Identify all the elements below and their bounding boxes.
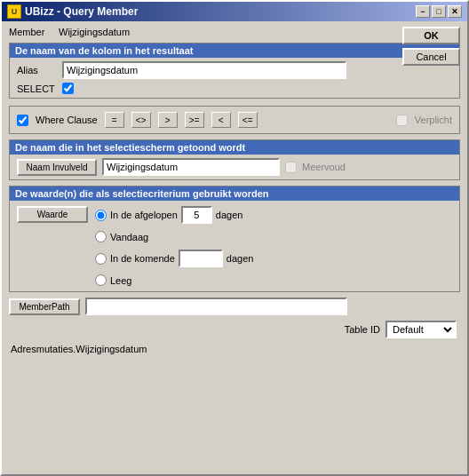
tableid-label: Table ID: [345, 324, 380, 335]
where-clause-label: Where Clause: [36, 115, 98, 125]
memberpath-input[interactable]: [85, 298, 347, 315]
value-section-header: De waarde(n) die als selectiecriterium g…: [10, 186, 459, 201]
verplicht-checkbox[interactable]: [396, 115, 408, 126]
window-title: UBizz - Query Member: [25, 5, 138, 18]
op-lt-button[interactable]: <: [211, 112, 231, 128]
where-section: Where Clause = <> > >= < <= Verplicht: [9, 106, 460, 134]
alias-section: De naam van de kolom in het resultaat Al…: [9, 43, 460, 99]
footer-path: Adresmutaties.Wijzigingsdatum: [11, 344, 147, 354]
op-neq-button[interactable]: <>: [131, 112, 151, 128]
dagen3-label: dagen: [227, 253, 254, 264]
radio-komende: In de komende dagen: [95, 250, 452, 267]
radio-komende-input[interactable]: [95, 253, 107, 265]
minimize-button[interactable]: −: [416, 5, 430, 18]
footer: Adresmutaties.Wijzigingsdatum: [9, 344, 460, 354]
app-icon: U: [7, 4, 21, 19]
radio-leeg: Leeg: [95, 274, 452, 286]
member-row: Member Wijzigingsdatum: [9, 27, 460, 37]
member-value: Wijzigingsdatum: [59, 27, 130, 37]
days-input[interactable]: [181, 206, 212, 224]
meervoud-label: Meervoud: [302, 162, 346, 172]
ok-button[interactable]: OK: [402, 27, 460, 44]
op-gt-button[interactable]: >: [158, 112, 178, 128]
radio-vandaag-label: Vandaag: [110, 232, 148, 242]
op-eq-button[interactable]: =: [105, 112, 124, 128]
close-button[interactable]: ✕: [448, 5, 462, 18]
action-buttons: OK Cancel: [402, 27, 460, 66]
radio-vandaag-input[interactable]: [95, 231, 107, 242]
radio-komende-label: In de komende: [110, 253, 175, 264]
meervoud-checkbox[interactable]: [285, 162, 297, 173]
alias-section-header: De naam van de kolom in het resultaat: [10, 44, 459, 58]
select-label: SELECT: [17, 83, 57, 94]
naam-invulveld-button[interactable]: Naam Invulveld: [17, 159, 97, 176]
radio-afgelopen-label: In de afgelopen: [110, 210, 178, 220]
select-row: SELECT: [17, 83, 452, 94]
name-section: De naam die in het selectiescherm getoon…: [9, 139, 460, 180]
title-bar-title: U UBizz - Query Member: [7, 4, 138, 19]
tableid-select[interactable]: Default: [386, 321, 457, 338]
memberpath-button[interactable]: MemberPath: [9, 298, 80, 315]
days-komende-input[interactable]: [179, 250, 223, 267]
radio-afgelopen-input[interactable]: [95, 210, 107, 221]
value-section: De waarde(n) die als selectiecriterium g…: [9, 186, 460, 292]
op-lte-button[interactable]: <=: [238, 112, 258, 128]
alias-input[interactable]: [62, 61, 346, 79]
radio-afgelopen: In de afgelopen dagen: [95, 206, 452, 224]
alias-row: Alias: [17, 61, 452, 79]
name-section-header: De naam die in het selectiescherm getoon…: [10, 140, 459, 155]
dagen1-label: dagen: [216, 210, 243, 220]
verplicht-label: Verplicht: [415, 115, 452, 125]
radio-vandaag: Vandaag: [95, 231, 452, 242]
main-window: U UBizz - Query Member − □ ✕ OK Cancel M…: [0, 0, 469, 476]
radio-leeg-label: Leeg: [110, 275, 131, 286]
where-clause-checkbox[interactable]: [17, 115, 28, 126]
tableid-row: Table ID Default: [9, 321, 460, 338]
maximize-button[interactable]: □: [432, 5, 446, 18]
memberpath-row: MemberPath: [9, 298, 460, 315]
naam-input[interactable]: [102, 158, 280, 176]
title-bar: U UBizz - Query Member − □ ✕: [2, 2, 467, 21]
radio-leeg-input[interactable]: [95, 274, 107, 286]
cancel-button[interactable]: Cancel: [402, 48, 460, 66]
op-gte-button[interactable]: >=: [185, 112, 204, 128]
alias-label: Alias: [17, 65, 57, 75]
select-checkbox[interactable]: [62, 83, 74, 94]
member-label: Member: [9, 27, 53, 37]
title-bar-controls: − □ ✕: [416, 5, 462, 18]
waarde-button[interactable]: Waarde: [17, 206, 88, 223]
